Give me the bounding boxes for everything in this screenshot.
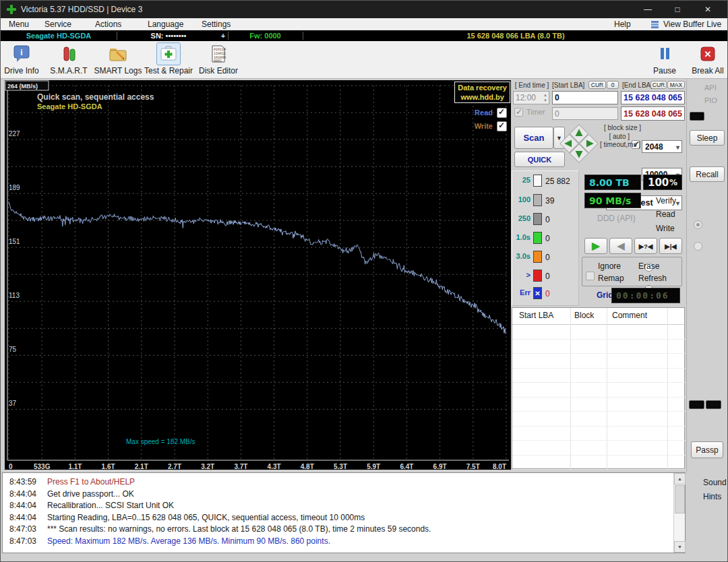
- scroll-down-icon[interactable]: ▼: [674, 541, 686, 553]
- smart-logs-icon: [106, 42, 130, 65]
- end-lba-reached-value: 15 628 048 065: [621, 106, 685, 121]
- start-lba-input[interactable]: 0: [552, 91, 618, 104]
- table-column-divider: [607, 308, 607, 470]
- log-panel[interactable]: 8:43:59Press F1 to About/HELP8:44:04Get …: [2, 472, 686, 553]
- svg-text:75: 75: [9, 346, 17, 353]
- bucket-row-25: 2525 882: [512, 175, 579, 187]
- menu-item-view-buffer-live[interactable]: View Buffer Live: [661, 18, 724, 30]
- smart-icon: [57, 42, 81, 65]
- navigation-pad: [559, 123, 599, 164]
- table-row: [512, 339, 686, 340]
- table-header-start-lba[interactable]: Start LBA: [519, 311, 553, 320]
- view-buffer-icon: [650, 20, 659, 29]
- write-label: Write: [656, 224, 675, 233]
- bucket-color-box: [533, 213, 542, 225]
- serial-number: SN: ••••••••: [119, 30, 218, 41]
- nav-right-button[interactable]: [587, 135, 599, 152]
- skip-to-end-button[interactable]: ▶|◀: [659, 238, 682, 254]
- timer-input[interactable]: 0: [552, 107, 618, 120]
- table-header-block[interactable]: Block: [574, 311, 594, 320]
- minimize-button[interactable]: —: [633, 1, 663, 18]
- bucket-color-box: [533, 175, 542, 187]
- timeout-label: [ timeout,ms ]: [599, 141, 640, 148]
- table-column-divider: [667, 308, 668, 470]
- menu-item-menu[interactable]: Menu: [6, 18, 32, 30]
- table-column-divider: [570, 308, 571, 470]
- end-time-label: [ End time ]: [513, 82, 551, 89]
- refresh-label: Refresh: [638, 274, 667, 283]
- bucket-row-100: 10039: [512, 194, 579, 206]
- s-m-a-r-t-button[interactable]: S.M.A.R.T: [49, 42, 88, 77]
- bucket-row-250: 2500: [512, 213, 579, 225]
- nav-left-button[interactable]: [559, 135, 571, 152]
- nav-down-button[interactable]: [571, 152, 587, 164]
- percent-sign: %: [669, 178, 677, 187]
- api-label: API: [704, 84, 717, 92]
- scroll-up-icon[interactable]: ▲: [674, 473, 686, 485]
- menu-item-settings[interactable]: Settings: [199, 18, 233, 30]
- table-row: [512, 455, 686, 456]
- quick-button[interactable]: QUICK: [514, 152, 565, 167]
- grid-label: Grid: [597, 290, 613, 300]
- toolbar-button-label: S.M.A.R.T: [50, 66, 87, 75]
- sn-reveal-button[interactable]: +: [219, 30, 227, 41]
- passport-button[interactable]: Passp: [691, 441, 723, 458]
- svg-text:✕: ✕: [704, 49, 712, 59]
- legend-write-checkbox[interactable]: [497, 121, 507, 131]
- start-lba-zero-button[interactable]: 0: [607, 81, 619, 89]
- drive-info-button[interactable]: iDrive Info: [2, 42, 41, 77]
- end-lba-input[interactable]: 15 628 048 065: [621, 91, 685, 104]
- disk-editor-button[interactable]: 0101101100111010000001Disk Editor: [198, 42, 239, 77]
- bucket-row-err: Err✕0: [512, 287, 579, 299]
- svg-text:2.1T: 2.1T: [135, 463, 148, 470]
- table-header-comment[interactable]: Comment: [612, 311, 647, 320]
- recall-button[interactable]: Recall: [690, 166, 725, 182]
- close-button[interactable]: ✕: [692, 1, 723, 18]
- menu-item-help[interactable]: Help: [611, 18, 634, 30]
- log-scrollbar[interactable]: ▲ ▼: [673, 473, 685, 553]
- bucket-label: Err: [512, 288, 530, 296]
- svg-text:3.2T: 3.2T: [201, 463, 214, 470]
- timer-checkbox[interactable]: [514, 108, 523, 117]
- menu-item-actions[interactable]: Actions: [92, 18, 124, 30]
- maximize-button[interactable]: □: [663, 1, 692, 18]
- firmware-version: Fw: 0000: [228, 30, 303, 41]
- menu-item-service[interactable]: Service: [42, 18, 74, 30]
- api-radio[interactable]: [694, 220, 702, 229]
- capacity-lcd: 8.00 TB: [584, 175, 641, 190]
- start-test-button[interactable]: ▶: [584, 238, 607, 254]
- erase-label: Erase: [638, 261, 659, 271]
- spinner-arrows-icon[interactable]: ▲▼: [543, 92, 547, 103]
- reverse-button[interactable]: ◀: [609, 238, 632, 254]
- menu-item-language[interactable]: Language: [145, 18, 186, 30]
- scrollbar-thumb[interactable]: [675, 485, 685, 513]
- table-row: [512, 440, 686, 441]
- legend-read-checkbox[interactable]: [497, 108, 507, 118]
- skip-to-error-button[interactable]: ▶?◀: [634, 238, 657, 254]
- nav-up-button[interactable]: [571, 123, 587, 135]
- scan-button[interactable]: Scan: [514, 127, 553, 149]
- pio-radio[interactable]: [694, 242, 702, 251]
- infobar-separator: [117, 32, 117, 40]
- break-all-button[interactable]: ✕ Break All: [688, 42, 727, 77]
- smart-logs-button[interactable]: SMART Logs: [95, 42, 141, 77]
- test-repair-button[interactable]: Test & Repair: [144, 42, 193, 77]
- end-time-spinner[interactable]: 12:00 ▲▼: [513, 91, 549, 104]
- read-label: Read: [656, 210, 675, 219]
- svg-text:3.7T: 3.7T: [234, 463, 247, 470]
- break-all-label: Break All: [692, 66, 723, 75]
- app-icon: [6, 4, 17, 15]
- table-row: [512, 411, 686, 412]
- log-time: 8:47:03: [9, 524, 36, 534]
- pause-button[interactable]: Pause: [646, 42, 683, 77]
- log-time: 8:44:04: [9, 501, 36, 510]
- percent-value: 100: [648, 177, 669, 189]
- start-lba-cur-button[interactable]: CUR: [588, 81, 606, 89]
- bucket-count: 0: [545, 215, 550, 224]
- sleep-button[interactable]: Sleep: [690, 130, 725, 146]
- svg-text:37: 37: [9, 400, 17, 407]
- end-lba-max-button[interactable]: MAX: [667, 81, 685, 89]
- block-size-select[interactable]: 2048: [642, 140, 682, 153]
- end-lba-cur-button[interactable]: CUR: [650, 81, 667, 89]
- disk-editor-icon: 0101101100111010000001: [206, 42, 231, 65]
